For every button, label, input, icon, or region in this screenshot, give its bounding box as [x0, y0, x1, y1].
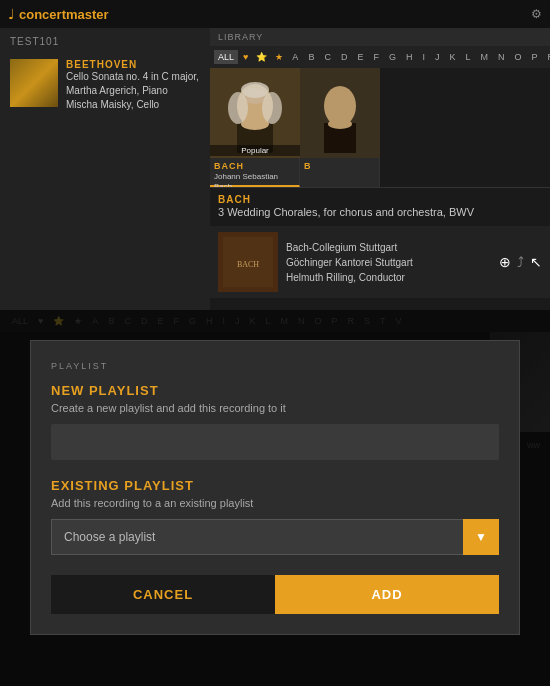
filter-tab-e[interactable]: E [353, 50, 367, 64]
composer-name-bach: BACH [210, 158, 299, 171]
recording-info: Bach-Collegium Stuttgart Göchinger Kanto… [286, 240, 491, 285]
filter-icon-star1[interactable]: ⭐ [253, 50, 270, 64]
modal-section-label: PLAYLIST [51, 361, 499, 371]
sidebar-info: BEETHOVEN Cello Sonata no. 4 in C major,… [66, 59, 199, 112]
filter-tab-o[interactable]: O [510, 50, 525, 64]
filter-tab-n[interactable]: N [494, 50, 509, 64]
new-playlist-section: NEW PLAYLIST Create a new playlist and a… [51, 383, 499, 478]
logo-area: ♩ concertmaster [8, 6, 109, 22]
cursor-icon[interactable]: ↖ [530, 254, 542, 270]
composer-photo-bach: Popular [210, 68, 300, 158]
bottom-overlay: ALL ♥ ⭐ ★ A B C D E F G H I J K L M N O … [0, 310, 550, 686]
recording-actions: ⊕ ⤴ ↖ [499, 254, 542, 270]
works-title: 3 Wedding Chorales, for chorus and orche… [218, 205, 542, 220]
existing-playlist-title: EXISTING PLAYLIST [51, 478, 499, 493]
svg-text:BACH: BACH [237, 260, 259, 269]
composer-card-bach[interactable]: Popular BACH Johann Sebastian Bach(1685-… [210, 68, 300, 187]
composer-name-2: B [300, 158, 379, 174]
filter-tab-all[interactable]: ALL [214, 50, 238, 64]
filter-tab-k[interactable]: K [445, 50, 459, 64]
filter-tab-g[interactable]: G [385, 50, 400, 64]
composer-card-2[interactable]: B [300, 68, 380, 187]
svg-point-11 [328, 119, 352, 129]
filter-tabs: ALL ♥ ⭐ ★ A B C D E F G H I J K L M N O … [210, 46, 550, 68]
sidebar-work-title: Cello Sonata no. 4 in C major, Martha Ar… [66, 70, 199, 112]
works-section: BACH 3 Wedding Chorales, for chorus and … [210, 188, 550, 226]
filter-tab-h[interactable]: H [402, 50, 417, 64]
composer-fullname-bach: Johann Sebastian Bach(1685-1750) [210, 171, 299, 188]
sidebar: TEST101 BEETHOVEN Cello Sonata no. 4 in … [0, 28, 210, 310]
filter-tab-j[interactable]: J [431, 50, 444, 64]
filter-tab-f[interactable]: F [369, 50, 383, 64]
new-playlist-title: NEW PLAYLIST [51, 383, 499, 398]
filter-tab-r[interactable]: R [544, 50, 551, 64]
add-to-playlist-icon[interactable]: ⊕ [499, 254, 511, 270]
filter-tab-d[interactable]: D [337, 50, 352, 64]
filter-tab-p[interactable]: P [527, 50, 541, 64]
sidebar-folder-label: TEST101 [0, 28, 210, 51]
popular-badge: Popular [210, 145, 300, 156]
filter-icon-heart[interactable]: ♥ [240, 50, 251, 64]
album-thumb-image [10, 59, 58, 107]
add-button[interactable]: ADD [275, 575, 499, 614]
sidebar-composer: BEETHOVEN [66, 59, 199, 70]
app-title: concertmaster [19, 7, 109, 22]
filter-icon-star2[interactable]: ★ [272, 50, 286, 64]
share-icon[interactable]: ⤴ [517, 254, 524, 270]
recording-thumb-image: BACH [218, 232, 278, 292]
playlist-select[interactable]: Choose a playlist [51, 519, 499, 555]
new-playlist-input[interactable] [51, 424, 499, 460]
filter-tab-b[interactable]: B [304, 50, 318, 64]
library-bar: LIBRARY [210, 28, 550, 46]
existing-playlist-section: EXISTING PLAYLIST Add this recording to … [51, 478, 499, 555]
filter-tab-a[interactable]: A [288, 50, 302, 64]
new-playlist-desc: Create a new playlist and add this recor… [51, 402, 499, 414]
filter-tab-l[interactable]: L [461, 50, 474, 64]
playlist-select-wrapper: Choose a playlist ▼ [51, 519, 499, 555]
filter-tab-i[interactable]: I [418, 50, 429, 64]
settings-icon[interactable]: ⚙ [531, 7, 542, 21]
header-bar: ♩ concertmaster ⚙ [0, 0, 550, 28]
sidebar-entry[interactable]: BEETHOVEN Cello Sonata no. 4 in C major,… [0, 51, 210, 120]
existing-playlist-desc: Add this recording to a an existing play… [51, 497, 499, 509]
modal-buttons: CANCEL ADD [51, 575, 499, 614]
recording-thumbnail: BACH [218, 232, 278, 292]
svg-point-6 [262, 92, 282, 124]
works-composer: BACH [218, 194, 542, 205]
composer-photo-2 [300, 68, 380, 158]
top-section: ♩ concertmaster ⚙ TEST101 BEETHOVEN Cell… [0, 0, 550, 310]
cancel-button[interactable]: CANCEL [51, 575, 275, 614]
composer-row: Popular BACH Johann Sebastian Bach(1685-… [210, 68, 550, 188]
playlist-modal: PLAYLIST NEW PLAYLIST Create a new playl… [30, 340, 520, 635]
filter-tab-m[interactable]: M [476, 50, 492, 64]
svg-point-5 [228, 92, 248, 124]
svg-point-7 [241, 82, 269, 98]
recording-performers: Bach-Collegium Stuttgart Göchinger Kanto… [286, 240, 491, 285]
logo-icon: ♩ [8, 6, 15, 22]
recording-row: BACH Bach-Collegium Stuttgart Göchinger … [210, 226, 550, 298]
album-thumbnail [10, 59, 58, 107]
library-label: LIBRARY [218, 32, 263, 42]
main-content: LIBRARY ALL ♥ ⭐ ★ A B C D E F G H I J K … [210, 28, 550, 310]
svg-point-4 [241, 118, 269, 130]
filter-tab-c[interactable]: C [320, 50, 335, 64]
